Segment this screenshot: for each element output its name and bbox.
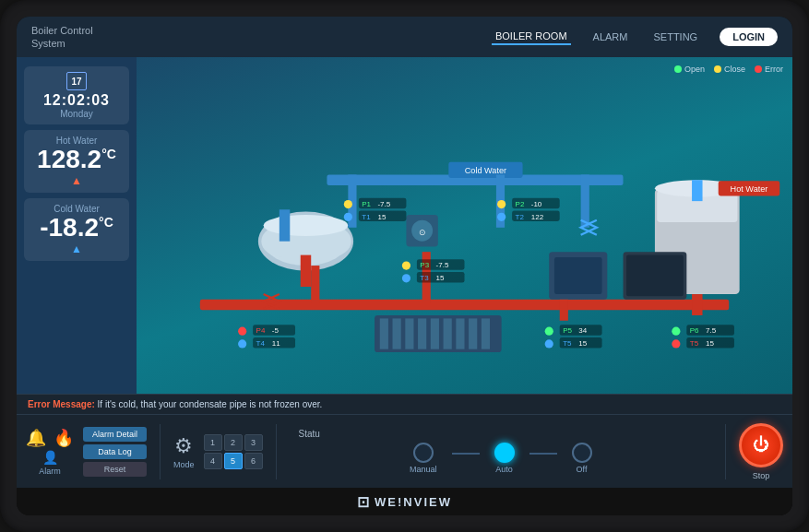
svg-rect-29 bbox=[560, 300, 568, 321]
svg-point-84 bbox=[672, 339, 680, 348]
weinview-icon: ⊡ bbox=[357, 493, 371, 511]
svg-point-60 bbox=[402, 274, 410, 282]
svg-rect-17 bbox=[554, 257, 602, 294]
nav-tabs: BOILER ROOM ALARM SETTING LOGIN bbox=[492, 28, 778, 46]
svg-point-68 bbox=[238, 339, 246, 348]
close-dot bbox=[714, 65, 721, 73]
mode-label: Mode bbox=[173, 460, 195, 469]
alarm-label: Alarm bbox=[39, 467, 61, 476]
alarm-buttons: Alarm Detail Data Log Reset bbox=[83, 427, 147, 477]
bell-icon: 🔔 bbox=[26, 428, 46, 448]
header: Boiler Control System BOILER ROOM ALARM … bbox=[17, 17, 792, 57]
auto-label: Auto bbox=[495, 465, 513, 474]
svg-point-80 bbox=[672, 327, 680, 336]
separator-2 bbox=[276, 424, 277, 479]
app-subtitle: System bbox=[31, 37, 93, 50]
toggle-connector-1 bbox=[452, 453, 480, 455]
mode-4-button[interactable]: 4 bbox=[204, 453, 222, 469]
mode-section: ⚙ Mode bbox=[173, 434, 195, 469]
svg-text:T1: T1 bbox=[362, 213, 371, 221]
svg-text:-10: -10 bbox=[531, 200, 542, 208]
auto-circle bbox=[494, 443, 515, 463]
alarm-detail-button[interactable]: Alarm Detail bbox=[83, 427, 147, 442]
svg-text:⊙: ⊙ bbox=[419, 228, 426, 237]
stop-label: Stop bbox=[753, 471, 770, 480]
mode-2-button[interactable]: 2 bbox=[224, 434, 243, 451]
boiler-diagram: Cold Water ⊙ bbox=[137, 57, 792, 394]
svg-point-64 bbox=[238, 327, 246, 336]
svg-text:T2: T2 bbox=[516, 213, 525, 221]
svg-text:P6: P6 bbox=[690, 326, 699, 335]
main-content: 17 12:02:03 Monday Hot Water 128.2°C ▲ C… bbox=[17, 57, 792, 394]
weinview-logo: ⊡ WE!NVIEW bbox=[357, 493, 452, 511]
person-icon: 👤 bbox=[42, 450, 58, 465]
mode-5-button[interactable]: 5 bbox=[224, 453, 243, 469]
manual-toggle[interactable]: Manual bbox=[410, 443, 437, 474]
svg-rect-34 bbox=[418, 318, 426, 349]
svg-text:P2: P2 bbox=[516, 200, 525, 208]
legend-close: Close bbox=[714, 65, 745, 74]
data-log-button[interactable]: Data Log bbox=[83, 444, 147, 459]
off-toggle[interactable]: Off bbox=[572, 443, 592, 474]
hot-water-arrow: ▲ bbox=[33, 174, 120, 187]
separator-3 bbox=[725, 424, 726, 479]
legend-open: Open bbox=[674, 65, 705, 74]
svg-text:T5: T5 bbox=[563, 339, 572, 348]
svg-text:11: 11 bbox=[272, 339, 280, 348]
svg-rect-36 bbox=[444, 318, 452, 349]
svg-text:7.5: 7.5 bbox=[706, 326, 717, 335]
error-dot bbox=[755, 65, 762, 73]
mode-1-button[interactable]: 1 bbox=[204, 434, 222, 451]
separator-1 bbox=[160, 424, 161, 479]
cold-water-value: -18.2°C bbox=[33, 214, 120, 242]
svg-rect-21 bbox=[692, 294, 702, 315]
login-button[interactable]: LOGIN bbox=[720, 28, 778, 46]
tab-boiler-room[interactable]: BOILER ROOM bbox=[492, 29, 571, 45]
svg-text:P3: P3 bbox=[420, 261, 429, 269]
svg-rect-27 bbox=[311, 266, 319, 302]
svg-point-48 bbox=[497, 200, 506, 208]
hot-water-value: 128.2°C bbox=[33, 146, 120, 174]
footer: ⊡ WE!NVIEW bbox=[17, 488, 792, 515]
svg-point-44 bbox=[344, 213, 352, 221]
diagram-area: Open Close Error bbox=[137, 57, 792, 394]
error-text: If it's cold, that your condensate pipe … bbox=[98, 399, 323, 409]
off-label: Off bbox=[577, 465, 588, 474]
svg-point-72 bbox=[545, 327, 553, 336]
mode-grid: 1 2 3 4 5 6 bbox=[204, 434, 263, 469]
app-title: Boiler Control System bbox=[31, 24, 93, 51]
auto-toggle[interactable]: Auto bbox=[494, 443, 515, 474]
svg-text:34: 34 bbox=[578, 326, 587, 335]
tab-setting[interactable]: SETTING bbox=[649, 30, 701, 44]
gear-icon: ⚙ bbox=[174, 434, 193, 458]
brand-name: WE!NVIEW bbox=[375, 495, 452, 509]
svg-rect-8 bbox=[280, 209, 290, 241]
legend: Open Close Error bbox=[674, 65, 783, 74]
svg-text:15: 15 bbox=[578, 339, 587, 348]
reset-button[interactable]: Reset bbox=[83, 462, 147, 477]
mode-6-button[interactable]: 6 bbox=[244, 453, 263, 469]
legend-error: Error bbox=[755, 65, 783, 74]
tab-alarm[interactable]: ALARM bbox=[589, 30, 632, 44]
manual-label: Manual bbox=[410, 465, 437, 474]
svg-text:T4: T4 bbox=[256, 339, 266, 348]
svg-rect-39 bbox=[482, 318, 490, 349]
svg-text:15: 15 bbox=[436, 274, 445, 282]
svg-text:122: 122 bbox=[531, 213, 544, 221]
status-section: Statu Manual Auto Off bbox=[290, 429, 712, 474]
stop-section: ⏻ Stop bbox=[739, 423, 783, 480]
svg-text:P5: P5 bbox=[563, 326, 572, 335]
svg-text:P1: P1 bbox=[362, 200, 371, 208]
day-display: Monday bbox=[33, 109, 120, 119]
svg-rect-38 bbox=[469, 318, 477, 349]
svg-text:Cold Water: Cold Water bbox=[465, 166, 506, 175]
off-circle bbox=[572, 443, 592, 463]
svg-point-56 bbox=[402, 261, 410, 269]
left-panel: 17 12:02:03 Monday Hot Water 128.2°C ▲ C… bbox=[17, 57, 137, 394]
stop-button[interactable]: ⏻ bbox=[739, 423, 783, 467]
svg-text:T3: T3 bbox=[420, 274, 429, 282]
error-label: Error Message: bbox=[28, 399, 95, 409]
mode-3-button[interactable]: 3 bbox=[244, 434, 263, 451]
error-bar: Error Message: If it's cold, that your c… bbox=[17, 394, 792, 414]
fire-icon: 🔥 bbox=[54, 428, 74, 448]
